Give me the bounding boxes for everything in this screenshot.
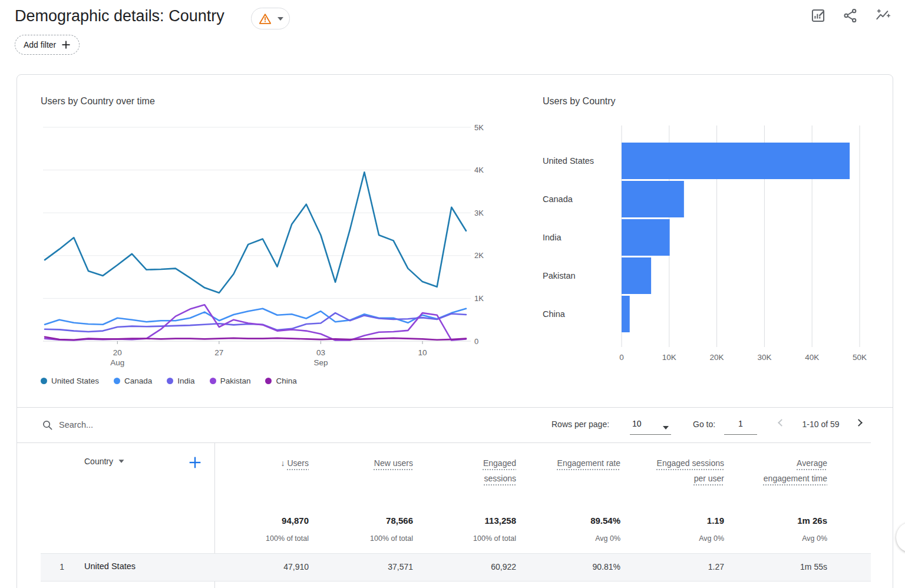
column-header-engaged-sessions-per-user[interactable]: Engaged sessions per user [656,455,724,486]
legend-item[interactable]: Pakistan [210,376,251,385]
column-label: New users [374,458,413,468]
page-title: Demographic details: Country [15,7,224,25]
legend-item[interactable]: United States [41,376,99,385]
total-average-engagement-time-subtext: Avg 0% [757,534,827,543]
report-card: Users by Country over time 01K2K3K4K5K20… [16,74,893,588]
column-label: Users [287,458,309,468]
column-header-users[interactable]: ↓Users [238,455,309,471]
svg-text:30K: 30K [757,353,771,362]
row-new-users: 37,571 [342,562,413,572]
search-input[interactable] [59,415,295,435]
legend-label: United States [51,376,99,385]
total-engaged-sessions-per-user: 1.19 [656,516,724,526]
table-row[interactable] [41,553,871,582]
data-quality-badge[interactable] [251,8,290,29]
rows-per-page-select[interactable]: 10 [630,416,671,435]
total-new-users: 78,566 [342,516,413,526]
report-toolbar [810,8,891,24]
dimension-header-label: Country [84,457,113,466]
page-range: 1-10 of 59 [792,419,849,429]
svg-text:5K: 5K [474,123,484,132]
column-header-new-users[interactable]: New users [342,455,413,471]
total-engaged-sessions: 113,258 [460,516,516,526]
legend-dot-icon [41,378,47,384]
column-label: Engaged sessions [483,458,516,483]
go-to-page-input[interactable]: 1 [724,416,757,435]
svg-text:50K: 50K [853,353,867,362]
svg-text:Sep: Sep [313,358,328,367]
svg-text:20: 20 [113,348,122,357]
legend-label: India [177,376,194,385]
svg-text:0: 0 [474,337,478,346]
legend-item[interactable]: China [265,376,296,385]
warning-triangle-icon [259,12,272,25]
row-engaged-sessions-per-user: 1.27 [656,562,724,572]
row-average-engagement-time: 1m 55s [757,562,827,572]
svg-text:Canada: Canada [543,194,573,204]
rows-per-page-value: 10 [632,419,642,428]
svg-text:3K: 3K [474,209,484,217]
column-label: Average engagement time [764,458,827,483]
line-chart-title: Users by Country over time [41,96,155,107]
svg-text:03: 03 [316,348,325,357]
svg-text:India: India [543,233,562,242]
svg-text:40K: 40K [805,353,819,362]
svg-text:20K: 20K [710,353,724,362]
users-over-time-line-chart: 01K2K3K4K5K20Aug2703Sep10 [35,118,500,381]
scroll-right-button[interactable] [896,522,905,553]
legend-dot-icon [167,378,173,384]
share-icon[interactable] [843,8,858,24]
svg-text:4K: 4K [474,166,484,174]
chevron-down-icon [119,460,124,463]
svg-text:0: 0 [619,353,624,362]
plus-icon [61,40,71,49]
add-filter-label: Add filter [24,40,56,49]
total-engaged-sessions-per-user-subtext: Avg 0% [656,534,724,543]
row-engagement-rate: 90.81% [556,562,620,572]
go-to-page-value: 1 [724,419,757,428]
column-label: Engagement rate [557,458,620,468]
chart-legend: United States Canada India Pakistan Chin… [41,376,297,385]
previous-page-icon[interactable] [778,419,785,427]
svg-text:Pakistan: Pakistan [543,271,576,280]
rows-per-page-label: Rows per page: [551,419,609,429]
bar-chart-title: Users by Country [543,96,616,107]
column-label: Engaged sessions per user [657,458,724,483]
column-header-engaged-sessions[interactable]: Engaged sessions [460,455,516,486]
legend-item[interactable]: Canada [114,376,152,385]
total-new-users-subtext: 100% of total [342,534,413,543]
demographics-page: Demographic details: Country Add filter [0,0,905,588]
total-users: 94,870 [238,516,309,526]
total-engagement-rate-subtext: Avg 0% [556,534,620,543]
add-filter-button[interactable]: Add filter [15,35,80,55]
row-rank: 1 [52,562,64,572]
legend-item[interactable]: India [167,376,194,385]
svg-text:China: China [543,309,566,319]
table-header-border [17,442,871,443]
customize-report-icon[interactable] [810,8,826,24]
row-engaged-sessions: 60,922 [460,562,516,572]
legend-label: Canada [124,376,152,385]
svg-text:Aug: Aug [110,358,124,367]
insights-icon[interactable] [875,8,891,24]
svg-text:10: 10 [418,348,427,357]
svg-text:United States: United States [543,156,594,166]
total-engagement-rate: 89.54% [556,516,620,526]
svg-text:10K: 10K [662,353,676,362]
chevron-down-icon [663,426,669,430]
add-comparison-column-button[interactable] [187,454,203,471]
chevron-down-icon [278,17,283,21]
column-header-engagement-rate[interactable]: Engagement rate [556,455,620,471]
table-controls-row: Rows per page: 10 Go to: 1 1-10 of 59 [17,408,893,442]
sort-descending-icon: ↓ [280,455,285,471]
users-by-country-bar-chart: 010K20K30K40K50KUnited StatesCanadaIndia… [531,118,877,366]
search-icon [42,419,53,431]
row-users: 47,910 [238,562,309,572]
column-header-average-engagement-time[interactable]: Average engagement time [757,455,827,486]
dimension-header-country[interactable]: Country [84,457,124,466]
svg-text:2K: 2K [474,251,484,260]
next-page-icon[interactable] [855,419,863,427]
legend-dot-icon [210,378,216,384]
total-users-subtext: 100% of total [238,534,309,543]
go-to-label: Go to: [693,419,715,429]
